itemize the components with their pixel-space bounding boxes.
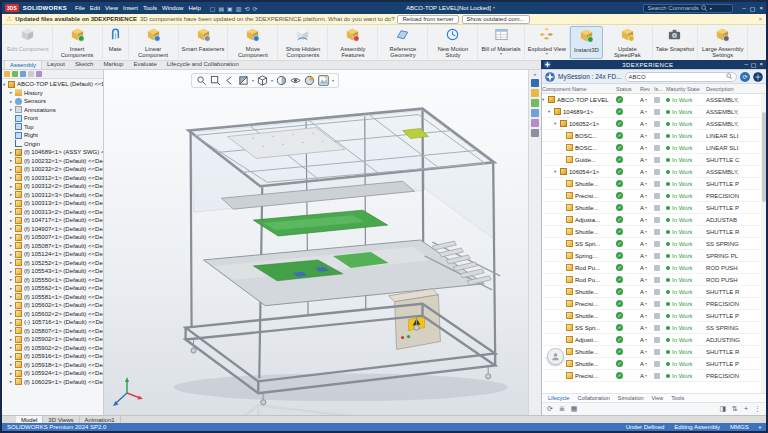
notification-close-icon[interactable]: × (758, 16, 762, 22)
tab-evaluate[interactable]: Evaluate (128, 60, 161, 69)
panel-maximize-button[interactable]: ▢ (751, 61, 757, 68)
design-library-tab-icon[interactable] (531, 99, 539, 107)
tree-item-sensors[interactable]: ▸Sensors (2, 97, 103, 106)
update-speedpak-subassemblies-button[interactable]: Update SpeedPak Subassemblies (603, 26, 653, 59)
refresh-icon[interactable]: ⟳ (547, 405, 553, 413)
tree-item-f-105807-1-def[interactable]: ▸(f) 105807<1> (Default) <<De... (2, 327, 103, 336)
linear-component-pattern-button[interactable]: Linear Component Pattern▾ (129, 26, 179, 59)
revision-caret-icon[interactable]: ▾ (645, 253, 647, 258)
tree-item-f-105562-1-def[interactable]: ▸(f) 105562<1> (Default) <<De... (2, 284, 103, 293)
session-action-button[interactable] (753, 72, 763, 82)
revision-caret-icon[interactable]: ▾ (645, 181, 647, 186)
smart-fasteners-button[interactable]: Smart Fasteners (179, 26, 229, 59)
table-row[interactable]: Adjusti...✓A▾In WorkADJUSTING (542, 334, 766, 346)
tree-item-f-100313-2-def[interactable]: ▸(f) 100313<2> (Default) <<De... (2, 208, 103, 217)
large-assembly-settings-button[interactable]: Large Assembly Settings▾ (698, 26, 748, 59)
tree-item-annotations[interactable]: ▸Annotations (2, 106, 103, 115)
more-options-icon[interactable]: ⋮ (754, 405, 761, 413)
reload-from-server-button[interactable]: Reload from server (397, 15, 458, 24)
tree-item-f-105918-1-def[interactable]: ▸(f) 105918<1> (Default) <<De... (2, 361, 103, 370)
table-row[interactable]: Precisi...✓A▾In WorkPRECISION (542, 298, 766, 310)
resources-tab-icon[interactable] (531, 89, 539, 97)
session-label[interactable]: MySession : 24x FD... (558, 73, 622, 80)
tree-item-f-105902-2-def[interactable]: ▸(f) 105902<2> (Default) <<De... (2, 344, 103, 353)
tree-item-f-105543-1-def[interactable]: ▸(f) 105543<1> (Default) <<De... (2, 267, 103, 276)
units-selector[interactable]: MMGS (730, 424, 749, 430)
tree-item-abco-top-level-de[interactable]: ▾ABCO-TOP LEVEL (Default) <<Defa (2, 80, 103, 89)
revision-caret-icon[interactable]: ▾ (645, 301, 647, 306)
tree-item-f-105581-1-def[interactable]: ▸(f) 105581<1> (Default) <<De... (2, 293, 103, 302)
exploded-view-button[interactable]: Exploded View▾ (525, 26, 570, 59)
table-row[interactable]: Spring...✓A▾In WorkSPRING PL (542, 250, 766, 262)
tree-item-f-100312-1-def[interactable]: ▸(f) 100312<1> (Default) <<De... (2, 174, 103, 183)
column-header-maturity-state[interactable]: Maturity State (666, 86, 706, 92)
insert-components-button[interactable]: Insert Components▾ (53, 26, 103, 59)
menu-edit[interactable]: Edit (90, 5, 100, 11)
tree-item-f-100232-2-def[interactable]: ▸(f) 100232<2> (Default) <<De... (2, 165, 103, 174)
column-header-is[interactable]: Is... (654, 86, 666, 92)
custom-properties-tab-icon[interactable] (531, 129, 539, 137)
table-row[interactable]: SS Spri...✓A▾In WorkSS SPRING (542, 238, 766, 250)
expander-icon[interactable]: ▾ (542, 97, 547, 102)
table-row[interactable]: Shuttle...✓A▾In WorkSHUTTLE P (542, 202, 766, 214)
zoom-fit-icon[interactable] (196, 75, 207, 86)
view-settings-icon[interactable] (318, 75, 329, 86)
revision-caret-icon[interactable]: ▾ (645, 313, 647, 318)
table-row[interactable]: ▾106052<1>✓A▾In WorkASSEMBLY, (542, 118, 766, 130)
edit-appearance-icon[interactable] (304, 75, 315, 86)
document-title-caret-icon[interactable]: ▾ (493, 5, 495, 11)
graphics-area[interactable]: ▾▾▾ (104, 70, 528, 415)
appearances-tab-icon[interactable] (531, 119, 539, 127)
revision-caret-icon[interactable]: ▾ (645, 277, 647, 282)
panel-minimize-button[interactable]: – (744, 61, 747, 68)
tree-item-origin[interactable]: Origin (2, 140, 103, 149)
revision-caret-icon[interactable]: ▾ (645, 265, 647, 270)
revision-caret-icon[interactable]: ▾ (645, 337, 647, 342)
show-hidden-components-button[interactable]: Show Hidden Components (278, 26, 328, 59)
tree-item-f-105602-1-def[interactable]: ▸(f) 105602<1> (Default) <<De... (2, 301, 103, 310)
open-file-icon[interactable]: ▤ (218, 5, 224, 12)
tab-assembly[interactable]: Assembly (4, 60, 42, 69)
print-icon[interactable]: ▥ (236, 5, 242, 12)
table-row[interactable]: ▾ABCO-TOP LEVEL✓A▾In WorkASSEMBLY, (542, 94, 766, 106)
menu-insert[interactable]: Insert (123, 5, 138, 11)
section-view-icon[interactable] (238, 75, 249, 86)
close-button[interactable]: × (759, 5, 763, 12)
tab-lifecycle-and-collaboration[interactable]: Lifecycle and Collaboration (162, 60, 244, 69)
scrollbar-thumb[interactable] (762, 112, 766, 202)
section-view-caret-icon[interactable]: ▾ (252, 78, 254, 83)
expander-icon[interactable]: ▾ (554, 121, 559, 126)
tree-item-f-105916-1-def[interactable]: ▸(f) 105916<1> (Default) <<De... (2, 352, 103, 361)
take-snapshot-button[interactable]: Take Snapshot (653, 26, 698, 59)
revision-caret-icon[interactable]: ▾ (645, 361, 647, 366)
tree-item-f-100312-2-def[interactable]: ▸(f) 100312<2> (Default) <<De... (2, 182, 103, 191)
previous-view-icon[interactable] (224, 75, 235, 86)
assistant-avatar-button[interactable] (547, 348, 564, 365)
assembly-features-button[interactable]: Assembly Features▾ (328, 26, 378, 59)
revision-caret-icon[interactable]: ▾ (645, 217, 647, 222)
column-header-description[interactable]: Description (706, 86, 761, 92)
grid-view-icon[interactable]: ▦ (571, 405, 578, 413)
task-pane-collapse-icon[interactable]: « (534, 71, 537, 77)
edit-component-button[interactable]: Edit Component (4, 26, 53, 59)
mate-button[interactable]: Mate (103, 26, 129, 59)
tree-item-f-100312-3-def[interactable]: ▸(f) 100312<3> (Default) <<De... (2, 191, 103, 200)
table-row[interactable]: Shuttle...✓A▾In WorkSHUTTLE R (542, 346, 766, 358)
search-caret-icon[interactable]: ▾ (710, 6, 712, 11)
table-row[interactable]: SS Spri...✓A▾In WorkSS SPRING (542, 322, 766, 334)
menu-view[interactable]: View (105, 5, 118, 11)
table-row[interactable]: ▾106054<1>✓A▾In WorkASSEMBLY, (542, 166, 766, 178)
revision-caret-icon[interactable]: ▾ (645, 97, 647, 102)
revision-caret-icon[interactable]: ▾ (645, 133, 647, 138)
column-header-rev[interactable]: Rev (640, 86, 654, 92)
tree-item-f-105550-1-def[interactable]: ▸(f) 105550<1> (Default) <<De... (2, 276, 103, 285)
table-row[interactable]: Rod Pu...✓A▾In WorkROD PUSH (542, 262, 766, 274)
tree-item-front[interactable]: Front (2, 114, 103, 123)
tree-item-f-105087-1-def[interactable]: ▸(f) 105087<1> (Default) <<De... (2, 242, 103, 251)
revision-caret-icon[interactable]: ▾ (645, 325, 647, 330)
tab-markup[interactable]: Markup (98, 60, 128, 69)
table-row[interactable]: BOSC...✓A▾In WorkLINEAR SLI (542, 142, 766, 154)
tree-item-f-104717-1-def[interactable]: ▸(f) 104717<1> (Default) <<De... (2, 216, 103, 225)
tree-item-f-105124-1-def[interactable]: ▸(f) 105124<1> (Default) <<De... (2, 250, 103, 259)
revision-caret-icon[interactable]: ▾ (645, 289, 647, 294)
